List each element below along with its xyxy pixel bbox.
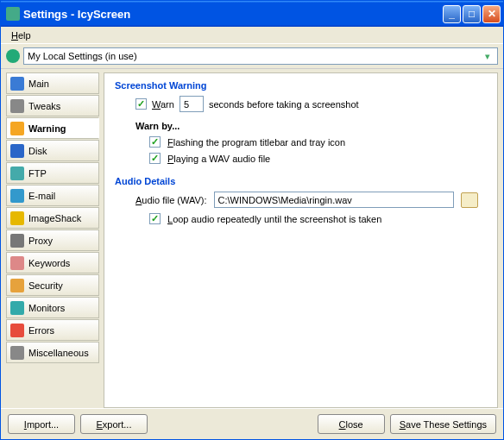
sidebar-item-label: E-mail bbox=[28, 191, 55, 201]
sidebar-item-warning[interactable]: Warning bbox=[6, 117, 99, 139]
sidebar: MainTweaksWarningDiskFTPE-mailImageShack… bbox=[6, 72, 99, 408]
sidebar-item-label: Tweaks bbox=[28, 101, 60, 111]
warn-seconds-input[interactable] bbox=[180, 96, 204, 112]
profile-row: My Local Settings (in use) ▾ bbox=[1, 44, 503, 69]
minimize-button[interactable]: _ bbox=[443, 5, 461, 23]
wav-checkbox[interactable]: ✓ bbox=[149, 153, 161, 164]
warn-label: Warn bbox=[152, 99, 174, 110]
bottom-bar: Import... Export... Close Save These Set… bbox=[1, 408, 503, 439]
export-button[interactable]: Export... bbox=[80, 414, 148, 434]
warn-by-title: Warn by... bbox=[135, 121, 487, 131]
disk-icon bbox=[10, 144, 24, 158]
sidebar-item-imageshack[interactable]: ImageShack bbox=[6, 207, 99, 229]
sidebar-item-errors[interactable]: Errors bbox=[6, 319, 99, 341]
proxy-icon bbox=[10, 234, 24, 248]
maximize-button[interactable]: □ bbox=[463, 5, 481, 23]
keywords-icon bbox=[10, 256, 24, 270]
sidebar-item-label: Proxy bbox=[28, 236, 53, 246]
sidebar-item-label: Warning bbox=[28, 123, 66, 134]
flash-checkbox[interactable]: ✓ bbox=[149, 136, 161, 148]
chevron-down-icon: ▾ bbox=[481, 51, 494, 62]
window-title: Settings - IcyScreen bbox=[23, 8, 443, 21]
titlebar[interactable]: Settings - IcyScreen _ □ ✕ bbox=[1, 1, 503, 27]
errors-icon bbox=[10, 324, 24, 337]
security-icon bbox=[10, 279, 24, 292]
sidebar-item-keywords[interactable]: Keywords bbox=[6, 252, 99, 273]
sidebar-item-label: Errors bbox=[28, 325, 54, 336]
save-settings-button[interactable]: Save These Settings bbox=[390, 414, 496, 434]
help-menu[interactable]: Help bbox=[6, 28, 36, 42]
sidebar-item-ftp[interactable]: FTP bbox=[6, 162, 99, 184]
sidebar-item-proxy[interactable]: Proxy bbox=[6, 229, 99, 251]
close-button[interactable]: Close bbox=[318, 414, 385, 434]
profile-icon bbox=[6, 49, 20, 63]
section-audio-details: Audio Details bbox=[115, 176, 487, 186]
content-panel: Screenshot Warning ✓ Warn seconds before… bbox=[104, 72, 498, 408]
section-screenshot-warning: Screenshot Warning bbox=[115, 80, 487, 91]
sidebar-item-label: FTP bbox=[28, 168, 47, 179]
sidebar-item-e-mail[interactable]: E-mail bbox=[6, 185, 99, 206]
browse-button[interactable] bbox=[461, 192, 478, 208]
e-mail-icon bbox=[10, 189, 24, 203]
sidebar-item-tweaks[interactable]: Tweaks bbox=[6, 95, 99, 116]
import-button[interactable]: Import... bbox=[8, 414, 75, 434]
monitors-icon bbox=[10, 301, 24, 315]
sidebar-item-label: Disk bbox=[28, 146, 47, 156]
miscellaneous-icon bbox=[10, 346, 24, 360]
warn-checkbox[interactable]: ✓ bbox=[135, 98, 147, 110]
close-window-button[interactable]: ✕ bbox=[482, 5, 501, 23]
wav-label: Playing a WAV audio file bbox=[167, 154, 270, 164]
warning-icon bbox=[10, 122, 24, 135]
menubar: Help bbox=[1, 27, 503, 44]
sidebar-item-label: Miscellaneous bbox=[28, 348, 89, 358]
profile-dropdown[interactable]: My Local Settings (in use) ▾ bbox=[23, 47, 498, 65]
audio-file-label: Audio file (WAV): bbox=[135, 195, 207, 205]
sidebar-item-main[interactable]: Main bbox=[6, 72, 99, 94]
audio-file-input[interactable] bbox=[214, 192, 454, 208]
loop-label: Loop audio repeatedly until the screensh… bbox=[167, 214, 381, 224]
sidebar-item-monitors[interactable]: Monitors bbox=[6, 297, 99, 318]
app-icon bbox=[6, 7, 20, 21]
sidebar-item-miscellaneous[interactable]: Miscellaneous bbox=[6, 342, 99, 363]
sidebar-item-label: Keywords bbox=[28, 258, 70, 268]
sidebar-item-disk[interactable]: Disk bbox=[6, 140, 99, 161]
sidebar-item-security[interactable]: Security bbox=[6, 274, 99, 296]
imageshack-icon bbox=[10, 211, 24, 225]
loop-checkbox[interactable]: ✓ bbox=[149, 213, 161, 224]
sidebar-item-label: ImageShack bbox=[28, 213, 81, 223]
sidebar-item-label: Main bbox=[28, 79, 49, 89]
ftp-icon bbox=[10, 167, 24, 180]
profile-label: My Local Settings (in use) bbox=[28, 51, 137, 61]
sidebar-item-label: Monitors bbox=[28, 303, 65, 313]
sidebar-item-label: Security bbox=[28, 280, 63, 291]
flash-label: Flashing the program titlebar and tray i… bbox=[167, 137, 345, 148]
settings-window: Settings - IcyScreen _ □ ✕ Help My Local… bbox=[0, 0, 504, 440]
warn-suffix: seconds before taking a screenshot bbox=[209, 99, 359, 110]
main-icon bbox=[10, 77, 24, 91]
tweaks-icon bbox=[10, 99, 24, 113]
